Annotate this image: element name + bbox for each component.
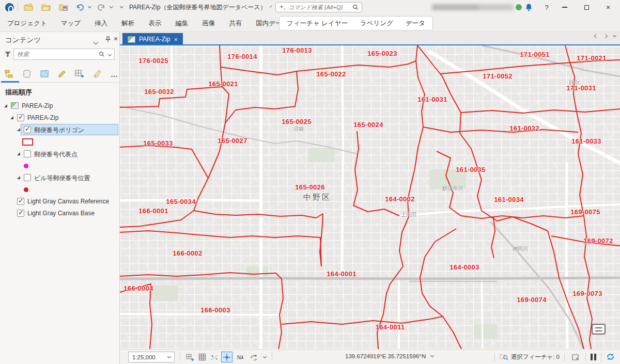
layer-checkbox[interactable]: ✓ bbox=[24, 126, 31, 133]
redo-icon[interactable] bbox=[96, 0, 106, 14]
symbol-row[interactable] bbox=[0, 136, 119, 148]
selected-features-status[interactable]: 選択フィーチャ: 0 bbox=[500, 353, 560, 361]
coordinate-readout[interactable]: 139.6724919°E 35.7251596°N bbox=[345, 353, 433, 359]
contextual-ribbon-tab[interactable]: ラベリング bbox=[360, 19, 393, 28]
zip-code-label: 161-0033 bbox=[571, 137, 601, 145]
scroll-tabs-right-icon[interactable] bbox=[603, 34, 608, 38]
quick-access-customize-icon[interactable] bbox=[118, 0, 125, 14]
new-project-icon[interactable] bbox=[23, 0, 34, 14]
list-by-labeling-icon[interactable] bbox=[92, 67, 102, 81]
list-by-editing-icon[interactable] bbox=[57, 67, 67, 81]
layer-checkbox[interactable] bbox=[24, 150, 31, 157]
zip-code-label: 165-0032 bbox=[144, 88, 174, 96]
ribbon-tab-bar: プロジェクトマップ挿入解析表示編集画像共有国内データヘルプ フィーチャ レイヤー… bbox=[0, 14, 620, 32]
ribbon-tab[interactable]: 共有 bbox=[229, 19, 242, 28]
zip-code-label: 165-0025 bbox=[282, 118, 311, 125]
help-icon[interactable]: ? bbox=[541, 0, 552, 14]
list-by-drawing-order-icon[interactable] bbox=[4, 67, 14, 81]
rotate-view-icon[interactable] bbox=[248, 352, 259, 362]
sketch-tool-icon[interactable] bbox=[209, 352, 220, 362]
tree-node-label: 郵便番号代表点 bbox=[34, 150, 78, 159]
pause-drawing-icon[interactable] bbox=[591, 354, 596, 360]
selection-box-icon[interactable] bbox=[569, 352, 581, 362]
layer-search-input[interactable]: 検索 bbox=[13, 49, 115, 60]
command-search-input[interactable]: コマンド検索 (Alt+Q) bbox=[275, 2, 362, 12]
map-view-tab[interactable]: PAREA-Zip × bbox=[122, 33, 183, 45]
new-map-grid-icon[interactable] bbox=[184, 352, 195, 362]
contents-pane: コンテンツ × 検索 bbox=[0, 32, 120, 364]
zip-boundary-line bbox=[420, 229, 461, 349]
explore-crosshair-icon[interactable] bbox=[221, 352, 233, 362]
tree-node-zip-point[interactable]: 郵便番号代表点 bbox=[0, 148, 119, 160]
refresh-icon[interactable] bbox=[606, 353, 615, 362]
zip-boundary-line bbox=[437, 151, 461, 216]
expander-icon[interactable] bbox=[17, 152, 20, 155]
window-restore-button[interactable] bbox=[576, 0, 597, 14]
window-minimize-button[interactable] bbox=[554, 0, 576, 14]
filter-icon[interactable] bbox=[4, 51, 11, 60]
open-project-icon[interactable] bbox=[40, 0, 52, 14]
building-point-symbol[interactable] bbox=[24, 187, 28, 192]
polygon-outline-symbol[interactable] bbox=[22, 138, 33, 146]
expander-icon[interactable] bbox=[17, 176, 20, 179]
layer-checkbox[interactable]: ✓ bbox=[17, 114, 24, 121]
symbol-row[interactable] bbox=[0, 184, 119, 196]
undo-icon[interactable] bbox=[74, 0, 85, 14]
tab-list-chevron-icon[interactable] bbox=[613, 34, 616, 37]
tree-node-building-zip[interactable]: ビル等郵便番号位置 bbox=[0, 172, 119, 184]
coordinates-chevron-icon[interactable] bbox=[430, 353, 434, 357]
expander-icon[interactable] bbox=[17, 128, 20, 131]
pane-menu-chevron-icon[interactable] bbox=[94, 37, 98, 46]
list-by-data-source-icon[interactable] bbox=[22, 67, 32, 81]
layer-checkbox[interactable] bbox=[24, 174, 31, 181]
expander-icon[interactable] bbox=[10, 116, 13, 119]
contents-pane-title: コンテンツ bbox=[5, 36, 41, 45]
expander-icon[interactable] bbox=[4, 104, 7, 107]
tree-node-group[interactable]: ✓ PAREA-Zip bbox=[0, 112, 119, 124]
save-project-icon[interactable] bbox=[58, 0, 69, 14]
pane-close-icon[interactable]: × bbox=[114, 35, 118, 43]
scale-combobox[interactable]: 1:25,000 bbox=[128, 352, 175, 362]
tree-node-label: PAREA-Zip bbox=[22, 102, 53, 109]
main-area: コンテンツ × 検索 bbox=[0, 32, 620, 364]
ribbon-tab[interactable]: 表示 bbox=[148, 19, 161, 28]
representative-point-symbol[interactable] bbox=[24, 164, 28, 168]
ribbon-tab[interactable]: プロジェクト bbox=[7, 19, 47, 28]
window-close-button[interactable]: × bbox=[597, 0, 619, 14]
tree-node-base-layer[interactable]: ✓ Light Gray Canvas Base bbox=[0, 208, 119, 219]
contextual-ribbon-tab[interactable]: データ bbox=[406, 19, 425, 28]
contextual-ribbon-tab[interactable]: フィーチャ レイヤー bbox=[287, 19, 348, 28]
list-by-snapping-icon[interactable] bbox=[74, 67, 84, 81]
grid-icon[interactable] bbox=[196, 352, 208, 362]
list-by-selection-icon[interactable] bbox=[39, 67, 49, 81]
tree-node-reference-layer[interactable]: ✓ Light Gray Canvas Reference bbox=[0, 196, 119, 208]
ribbon-tab[interactable]: マップ bbox=[61, 19, 81, 28]
layer-checkbox[interactable]: ✓ bbox=[17, 198, 24, 205]
zip-code-label: 165-0021 bbox=[208, 80, 238, 88]
search-options-chevron-icon[interactable] bbox=[108, 52, 112, 56]
ribbon-tab[interactable]: 挿入 bbox=[95, 19, 107, 28]
scroll-tabs-left-icon[interactable] bbox=[594, 34, 598, 38]
zip-code-label: 176-0025 bbox=[138, 57, 168, 65]
layer-search-placeholder: 検索 bbox=[17, 51, 99, 58]
notifications-bell-icon[interactable] bbox=[523, 0, 534, 14]
tools-chevron-icon[interactable] bbox=[260, 352, 269, 362]
map-canvas[interactable]: 176-0025176-0014176-0013165-0023171-0051… bbox=[120, 45, 620, 349]
tree-node-zip-polygon[interactable]: ✓ 郵便番号ポリゴン bbox=[0, 124, 119, 136]
symbol-row[interactable] bbox=[0, 160, 119, 172]
app-title[interactable]: PAREA-Zip（全国郵便番号界地図データベース） bbox=[129, 0, 253, 14]
account-name-redacted[interactable] bbox=[432, 4, 514, 10]
undo-dropdown-icon[interactable] bbox=[86, 0, 93, 14]
north-arrow-icon[interactable]: N bbox=[235, 352, 246, 362]
popup-dock-icon[interactable] bbox=[592, 324, 606, 335]
ribbon-tab[interactable]: 画像 bbox=[202, 19, 215, 28]
ribbon-tab[interactable]: 解析 bbox=[121, 19, 134, 28]
layer-checkbox[interactable]: ✓ bbox=[17, 210, 24, 217]
more-options-icon[interactable]: … bbox=[110, 67, 119, 81]
tab-close-icon[interactable]: × bbox=[174, 36, 178, 43]
redo-dropdown-icon[interactable] bbox=[107, 0, 115, 14]
tree-node-label: 郵便番号ポリゴン bbox=[34, 126, 84, 135]
tree-node-map[interactable]: PAREA-Zip bbox=[0, 100, 119, 112]
pin-icon[interactable] bbox=[105, 36, 111, 45]
ribbon-tab[interactable]: 編集 bbox=[175, 19, 188, 28]
